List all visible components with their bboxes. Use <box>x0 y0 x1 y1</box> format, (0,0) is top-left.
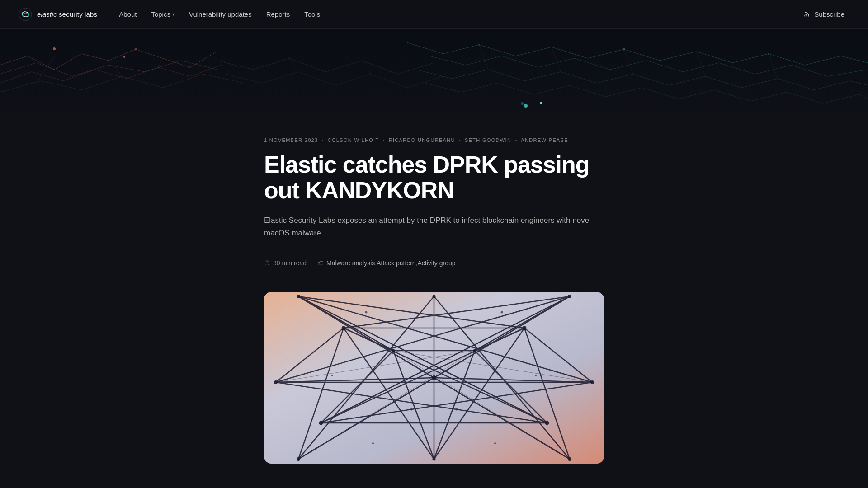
nav-link-reports[interactable]: Reports <box>261 8 296 21</box>
tag-1[interactable]: Malware analysis <box>326 259 375 267</box>
article-section: 1 NOVEMBER 2023 • COLSON WILHOIT • RICAR… <box>253 119 615 488</box>
article-tags: 🏷 Malware analysis , Attack pattern , Ac… <box>317 259 456 267</box>
svg-point-7 <box>53 69 55 70</box>
svg-point-91 <box>501 311 503 313</box>
svg-point-87 <box>545 421 549 425</box>
svg-line-12 <box>624 49 633 74</box>
svg-point-1 <box>22 13 23 14</box>
article-author-4: ANDREW PEASE <box>521 137 568 143</box>
subscribe-button[interactable]: Subscribe <box>798 8 850 21</box>
tag-list: Malware analysis , Attack pattern , Acti… <box>326 259 456 267</box>
svg-point-85 <box>523 326 527 330</box>
article-stats: ⏱ 30 min read 🏷 Malware analysis , Attac… <box>264 252 604 274</box>
svg-point-96 <box>372 442 374 444</box>
svg-line-21 <box>362 61 371 74</box>
svg-point-15 <box>478 44 480 46</box>
svg-point-22 <box>53 47 56 50</box>
svg-point-9 <box>189 67 191 68</box>
svg-point-0 <box>19 8 32 21</box>
svg-point-89 <box>473 349 476 352</box>
svg-line-11 <box>552 47 561 72</box>
svg-point-18 <box>521 102 524 105</box>
svg-line-5 <box>158 58 163 67</box>
article-author-1: COLSON WILHOIT <box>328 137 379 143</box>
nav-link-topics[interactable]: Topics ▾ <box>146 8 180 21</box>
svg-point-92 <box>331 375 333 376</box>
nav-links: About Topics ▾ Vulnerability updates Rep… <box>113 8 326 21</box>
logo-link[interactable]: elastic security labs <box>18 7 97 22</box>
svg-point-94 <box>410 408 413 410</box>
logo-text: elastic security labs <box>37 10 97 18</box>
svg-point-17 <box>768 53 769 55</box>
read-time-label: 30 min read <box>273 259 307 267</box>
rss-icon <box>803 11 811 18</box>
svg-point-25 <box>540 102 542 104</box>
article-hero-image <box>264 292 604 464</box>
svg-point-23 <box>123 56 125 58</box>
svg-point-86 <box>319 421 323 425</box>
svg-point-79 <box>274 380 278 384</box>
svg-point-82 <box>568 457 571 461</box>
svg-point-95 <box>456 408 458 410</box>
svg-point-90 <box>365 311 368 313</box>
svg-line-20 <box>289 58 298 72</box>
article-description: Elastic Security Labs exposes an attempt… <box>264 214 604 239</box>
nav-left: elastic security labs About Topics ▾ Vul… <box>18 7 326 22</box>
article-author-3: SETH GOODWIN <box>465 137 511 143</box>
meta-sep-1: • <box>321 137 324 143</box>
article-meta: 1 NOVEMBER 2023 • COLSON WILHOIT • RICAR… <box>264 137 604 143</box>
article-author-2: RICARDO UNGUREANU <box>389 137 455 143</box>
navbar: elastic security labs About Topics ▾ Vul… <box>0 0 868 29</box>
svg-point-83 <box>433 457 436 460</box>
meta-sep-3: • <box>459 137 461 143</box>
svg-point-2 <box>28 14 29 15</box>
read-time: ⏱ 30 min read <box>264 259 307 267</box>
svg-point-8 <box>135 48 137 51</box>
tag-icon: 🏷 <box>317 259 324 267</box>
article-image-card <box>264 292 604 464</box>
meta-sep-4: • <box>515 137 517 143</box>
svg-point-84 <box>342 326 346 330</box>
topics-chevron-icon: ▾ <box>172 12 175 17</box>
svg-point-88 <box>392 349 395 352</box>
nav-right: Subscribe <box>798 8 850 21</box>
svg-point-97 <box>494 442 496 444</box>
clock-icon: ⏱ <box>264 259 270 267</box>
svg-point-76 <box>297 295 300 298</box>
svg-point-80 <box>590 380 594 384</box>
svg-line-13 <box>696 52 705 76</box>
svg-point-93 <box>535 375 537 376</box>
nav-link-about[interactable]: About <box>113 8 142 21</box>
hero-section <box>0 29 868 119</box>
meta-sep-2: • <box>382 137 385 143</box>
svg-point-75 <box>432 375 436 380</box>
svg-point-77 <box>568 295 571 298</box>
svg-line-3 <box>36 56 54 83</box>
svg-point-24 <box>524 104 528 108</box>
svg-line-6 <box>0 56 27 74</box>
page-wrapper: 1 NOVEMBER 2023 • COLSON WILHOIT • RICAR… <box>0 0 868 488</box>
nav-link-vulnerability-updates[interactable]: Vulnerability updates <box>184 8 257 21</box>
hero-mesh-background <box>0 29 868 119</box>
tag-2[interactable]: Attack pattern <box>377 259 415 267</box>
elastic-logo-icon <box>18 7 33 22</box>
nav-link-tools[interactable]: Tools <box>299 8 326 21</box>
svg-point-78 <box>433 295 436 298</box>
svg-point-16 <box>623 48 625 51</box>
svg-line-14 <box>769 54 778 79</box>
article-date: 1 NOVEMBER 2023 <box>264 137 318 143</box>
article-title: Elastic catches DPRK passing out KANDYKO… <box>264 152 604 203</box>
svg-line-10 <box>479 45 488 70</box>
svg-point-81 <box>297 457 300 461</box>
network-art-svg <box>264 292 604 464</box>
tag-3[interactable]: Activity group <box>417 259 455 267</box>
